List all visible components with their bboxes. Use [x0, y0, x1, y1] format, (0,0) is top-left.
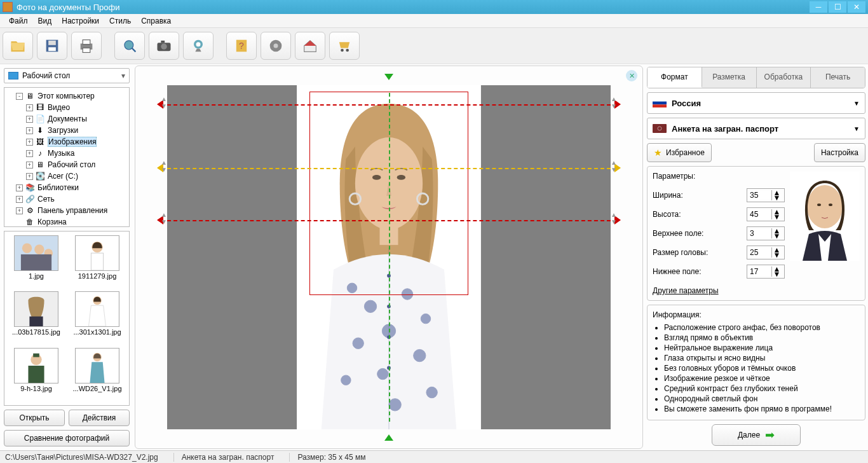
tab-print[interactable]: Печать	[811, 67, 865, 88]
tree-node[interactable]: -🖥Этот компьютер	[6, 90, 128, 102]
thumbnail-item[interactable]: ...301x1301.jpg	[69, 291, 125, 345]
top-margin-input[interactable]	[747, 229, 771, 238]
tree-node[interactable]: +⬇Загрузки	[6, 125, 128, 136]
width-spinner[interactable]: ▲▼	[747, 188, 785, 202]
compare-button[interactable]: Сравнение фотографий	[4, 430, 130, 446]
bottom-red-guide[interactable]	[167, 220, 611, 221]
web-search-button[interactable]	[114, 32, 145, 60]
thumbnail-item[interactable]: 1911279.jpg	[69, 235, 125, 289]
tree-node[interactable]: +💽Acer (C:)	[6, 170, 128, 182]
status-size: Размер: 35 x 45 мм	[289, 453, 365, 462]
expand-toggle[interactable]: +	[26, 150, 33, 157]
expand-toggle[interactable]: +	[16, 196, 23, 203]
expand-toggle[interactable]: -	[16, 93, 23, 100]
tree-label: Загрузки	[48, 126, 78, 135]
tab-processing[interactable]: Обработка	[757, 67, 811, 88]
camera-button[interactable]	[149, 32, 179, 60]
favorites-button[interactable]: ★ Избранное	[647, 143, 712, 162]
minimize-button[interactable]: ─	[810, 1, 827, 13]
height-input[interactable]	[747, 210, 771, 219]
photo-canvas[interactable]	[167, 85, 611, 429]
expand-toggle[interactable]: +	[16, 184, 23, 191]
tree-node[interactable]: +📚Библиотеки	[6, 182, 128, 193]
thumbnail-item[interactable]: 1.jpg	[8, 235, 64, 289]
menu-style[interactable]: Стиль	[104, 15, 136, 27]
save-button[interactable]	[37, 32, 67, 60]
other-parameters-link[interactable]: Другие параметры	[653, 286, 785, 295]
menu-view[interactable]: Вид	[33, 15, 57, 27]
expand-toggle[interactable]: +	[26, 116, 33, 123]
expand-toggle[interactable]: +	[26, 104, 33, 111]
home-button[interactable]	[295, 32, 325, 60]
close-preview-button[interactable]: ✕	[626, 70, 637, 81]
yellow-guide[interactable]	[167, 168, 611, 169]
thumbnail-item[interactable]: ...03b17815.jpg	[8, 291, 64, 345]
height-spinner[interactable]: ▲▼	[747, 207, 785, 221]
maximize-button[interactable]: ☐	[829, 1, 846, 13]
tree-node[interactable]: +♪Музыка	[6, 148, 128, 159]
width-label: Ширина:	[653, 191, 747, 200]
tree-node[interactable]: +🖼Изображения	[6, 136, 128, 148]
expand-toggle[interactable]: +	[16, 207, 23, 214]
tree-node[interactable]: 🗑Корзина	[6, 216, 128, 227]
top-red-guide[interactable]	[167, 104, 611, 106]
head-size-spinner[interactable]: ▲▼	[747, 245, 785, 259]
tree-node[interactable]: +⚙Панель управления	[6, 205, 128, 216]
top-margin-spinner[interactable]: ▲▼	[747, 226, 785, 240]
thumbnail-item[interactable]: 9-h-13.jpg	[8, 348, 64, 401]
head-size-label: Размер головы:	[653, 248, 747, 257]
thumbnail-image	[14, 291, 58, 327]
thumbnail-grid[interactable]: 1.jpg1911279.jpg...03b17815.jpg...301x13…	[4, 231, 130, 406]
menu-file[interactable]: Файл	[4, 15, 33, 27]
thumbnail-item[interactable]: ...WD26_V1.jpg	[69, 348, 125, 401]
toolbar: ?	[0, 28, 868, 64]
folder-location-dropdown[interactable]: Рабочий стол ▾	[4, 68, 130, 83]
width-input[interactable]	[747, 191, 771, 200]
tree-node[interactable]: +🎞Видео	[6, 102, 128, 113]
menu-help[interactable]: Справка	[136, 15, 176, 27]
settings-button[interactable]: Настройка	[814, 143, 865, 162]
tree-label: Корзина	[37, 218, 67, 226]
help-button[interactable]: ?	[226, 32, 257, 60]
top-handle-icon[interactable]	[384, 74, 393, 80]
tab-format[interactable]: Формат	[648, 67, 702, 88]
video-icon: 🎞	[35, 103, 45, 112]
thumbnail-image	[75, 291, 119, 327]
open-button[interactable]: Открыть	[4, 410, 65, 426]
bottom-handle-icon[interactable]	[384, 434, 393, 441]
head-size-input[interactable]	[747, 248, 771, 257]
country-dropdown[interactable]: Россия ▼	[647, 92, 865, 114]
thumbnail-caption: ...301x1301.jpg	[69, 328, 125, 336]
tree-label: Библиотеки	[37, 183, 79, 192]
expand-toggle[interactable]: +	[26, 173, 33, 180]
video-tutorial-button[interactable]	[261, 32, 291, 60]
chevron-down-icon: ▾	[121, 71, 125, 80]
chevron-down-icon: ▼	[853, 125, 860, 132]
webcam-button[interactable]	[183, 32, 214, 60]
svg-point-16	[274, 44, 278, 48]
document-type-dropdown[interactable]: Анкета на загран. паспорт ▼	[647, 118, 865, 139]
tree-node[interactable]: +🔗Сеть	[6, 193, 128, 205]
folder-location-label: Рабочий стол	[22, 71, 70, 80]
bottom-margin-input[interactable]	[747, 267, 771, 276]
open-folder-button[interactable]	[3, 32, 33, 60]
cart-button[interactable]	[329, 32, 360, 60]
close-button[interactable]: ✕	[848, 1, 865, 13]
expand-toggle[interactable]: +	[26, 139, 33, 146]
tree-node[interactable]: +📄Документы	[6, 113, 128, 125]
tree-node[interactable]: +🖥Рабочий стол	[6, 159, 128, 170]
expand-toggle[interactable]: +	[26, 127, 33, 134]
parameters-title: Параметры:	[653, 172, 785, 181]
print-button[interactable]	[71, 32, 102, 60]
vertical-guide[interactable]	[389, 93, 390, 422]
computer-icon: 🖥	[25, 92, 35, 100]
svg-point-54	[426, 387, 437, 397]
menu-settings[interactable]: Настройки	[57, 15, 104, 27]
bottom-margin-spinner[interactable]: ▲▼	[747, 265, 785, 279]
sample-photo	[790, 172, 860, 261]
tab-markup[interactable]: Разметка	[702, 67, 757, 88]
actions-button[interactable]: Действия	[69, 410, 130, 426]
folder-tree[interactable]: -🖥Этот компьютер+🎞Видео+📄Документы+⬇Загр…	[4, 87, 130, 227]
next-button[interactable]: Далее ➡	[712, 424, 801, 446]
expand-toggle[interactable]: +	[26, 162, 33, 169]
